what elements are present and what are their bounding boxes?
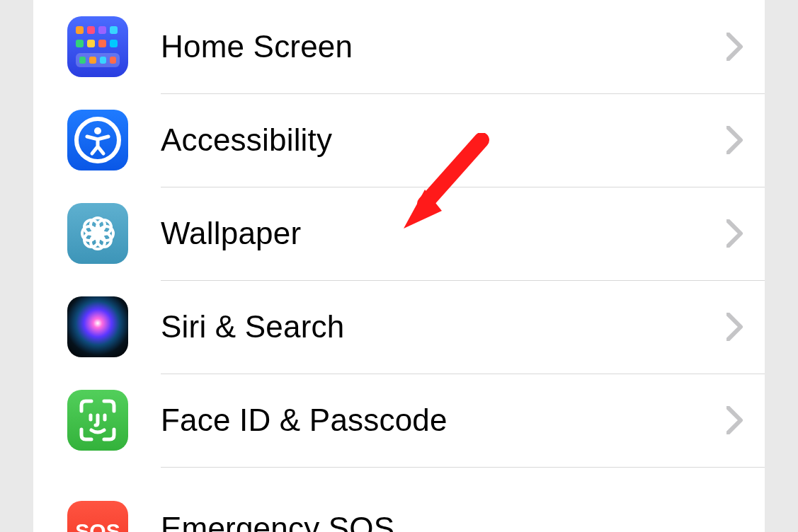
settings-row-home-screen[interactable]: Home Screen xyxy=(33,0,765,93)
sos-icon: SOS xyxy=(67,501,128,532)
chevron-right-icon xyxy=(726,33,743,61)
siri-icon xyxy=(67,296,128,357)
settings-row-label: Accessibility xyxy=(161,122,726,158)
svg-point-1 xyxy=(94,127,101,134)
settings-row-wallpaper[interactable]: Wallpaper xyxy=(33,187,765,280)
wallpaper-icon xyxy=(67,203,128,264)
settings-row-label: Siri & Search xyxy=(161,309,726,345)
chevron-right-icon xyxy=(726,126,743,154)
settings-row-emergency-sos[interactable]: SOS Emergency SOS xyxy=(33,467,765,532)
accessibility-icon xyxy=(67,110,128,170)
sos-icon-text: SOS xyxy=(75,519,120,532)
settings-list-viewport: Home Screen Accessibility xyxy=(33,0,765,532)
settings-list: Home Screen Accessibility xyxy=(33,0,765,532)
settings-row-face-id[interactable]: Face ID & Passcode xyxy=(33,374,765,467)
chevron-right-icon xyxy=(726,406,743,434)
chevron-right-icon xyxy=(726,219,743,248)
face-id-icon xyxy=(67,390,128,451)
settings-row-label: Wallpaper xyxy=(161,216,726,251)
settings-row-accessibility[interactable]: Accessibility xyxy=(33,93,765,187)
home-screen-icon xyxy=(67,16,128,77)
settings-row-label: Face ID & Passcode xyxy=(161,403,726,438)
settings-row-siri-search[interactable]: Siri & Search xyxy=(33,280,765,374)
chevron-right-icon xyxy=(726,313,743,341)
settings-row-label: Home Screen xyxy=(161,29,726,64)
settings-row-label: Emergency SOS xyxy=(161,511,726,532)
